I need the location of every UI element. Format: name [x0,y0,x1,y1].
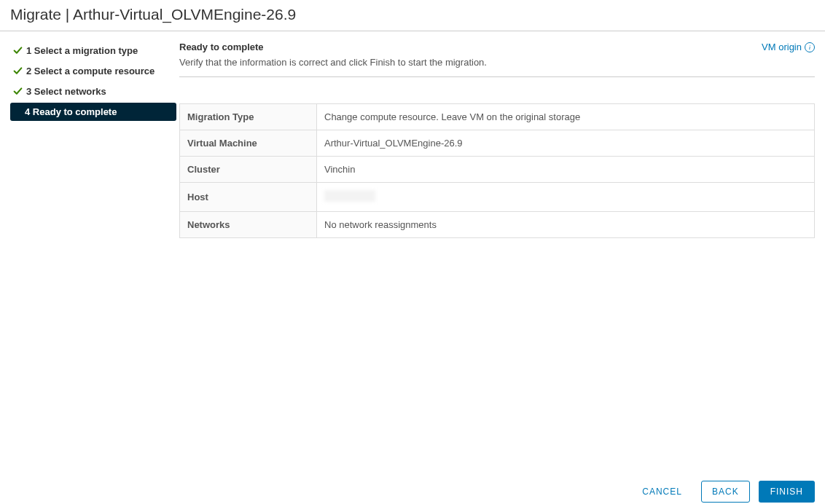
summary-row-value [317,183,815,212]
info-icon: i [805,42,815,52]
wizard-step-migration-type[interactable]: 1 Select a migration type [10,42,176,60]
vm-origin-label: VM origin [762,42,802,52]
section-subtitle: Verify that the information is correct a… [179,57,487,68]
wizard-step-label: 2 Select a compute resource [26,66,155,76]
summary-row-value: Vinchin [317,157,815,183]
summary-row-value: Arthur-Virtual_OLVMEngine-26.9 [317,130,815,157]
section-header: Ready to complete Verify that the inform… [179,42,815,77]
wizard-step-label: 1 Select a migration type [26,45,138,56]
table-row: Networks No network reassignments [180,212,815,238]
table-row: Host [180,183,815,212]
summary-table: Migration Type Change compute resource. … [179,103,815,238]
check-icon [13,46,23,55]
dialog-header: Migrate | Arthur-Virtual_OLVMEngine-26.9 [0,0,825,31]
table-row: Cluster Vinchin [180,157,815,183]
summary-row-label: Cluster [180,157,317,183]
summary-row-value: No network reassignments [317,212,815,238]
check-icon [13,66,23,76]
dialog-title: Migrate | Arthur-Virtual_OLVMEngine-26.9 [10,6,815,23]
dialog-footer: CANCEL BACK FINISH [632,481,815,503]
wizard-sidebar: 1 Select a migration type 2 Select a com… [10,42,176,238]
section-title: Ready to complete [179,42,487,52]
wizard-step-ready-to-complete[interactable]: 4 Ready to complete [10,103,176,121]
summary-row-label: Networks [180,212,317,238]
check-icon [13,87,23,96]
table-row: Virtual Machine Arthur-Virtual_OLVMEngin… [180,130,815,157]
dialog-body: 1 Select a migration type 2 Select a com… [0,31,825,238]
redacted-host-value [324,190,375,202]
summary-row-value: Change compute resource. Leave VM on the… [317,104,815,130]
table-row: Migration Type Change compute resource. … [180,104,815,130]
section-header-left: Ready to complete Verify that the inform… [179,42,487,68]
wizard-step-label: 4 Ready to complete [25,106,117,117]
main-content: Ready to complete Verify that the inform… [176,42,815,238]
summary-row-label: Migration Type [180,104,317,130]
back-button[interactable]: BACK [701,481,750,503]
wizard-step-label: 3 Select networks [26,86,106,97]
wizard-step-compute-resource[interactable]: 2 Select a compute resource [10,62,176,80]
finish-button[interactable]: FINISH [759,481,815,503]
vm-origin-link[interactable]: VM origin i [762,42,815,52]
summary-row-label: Host [180,183,317,212]
summary-row-label: Virtual Machine [180,130,317,157]
cancel-button[interactable]: CANCEL [632,481,692,503]
wizard-step-networks[interactable]: 3 Select networks [10,82,176,101]
